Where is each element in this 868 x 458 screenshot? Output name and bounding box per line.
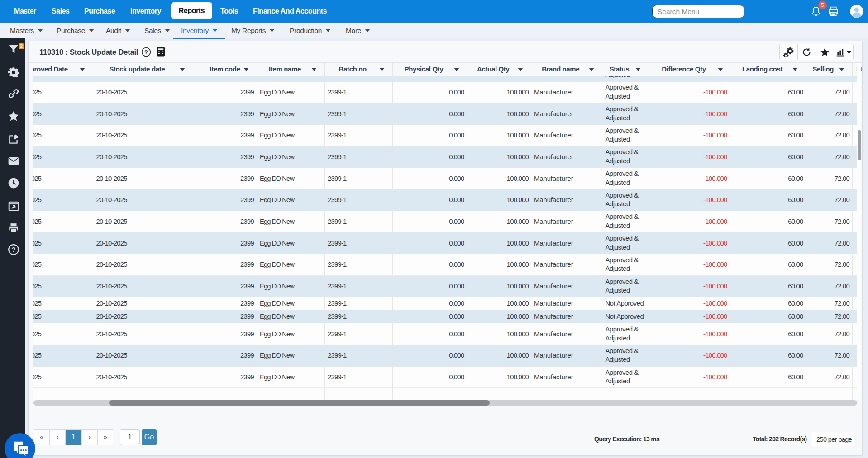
svg-text:?: ?: [144, 49, 148, 56]
svg-text:?: ?: [12, 246, 16, 253]
